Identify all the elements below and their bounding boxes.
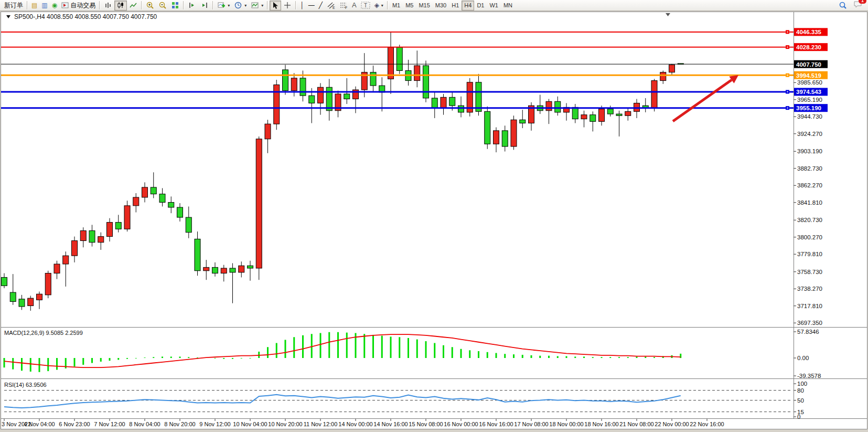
price-tick-label: 3903.190: [797, 148, 822, 154]
price-badge-label: 4007.750: [796, 61, 821, 68]
candle-body: [19, 299, 25, 307]
candle-body: [449, 97, 455, 106]
tile-windows-button[interactable]: [169, 1, 181, 10]
text-button[interactable]: A: [350, 1, 359, 10]
timeframe-mn-button[interactable]: MN: [501, 1, 515, 10]
new-chart-button[interactable]: ▾: [215, 1, 232, 10]
toolbar-separator: [267, 1, 268, 9]
macd-scale-label: -39.3578: [797, 373, 821, 379]
time-tick-label: 22 Nov 16:00: [690, 421, 724, 427]
price-badge-label: 4046.335: [796, 29, 822, 35]
cursor-icon: [272, 2, 279, 9]
candle-body: [291, 78, 297, 91]
price-tick-label: 3820.730: [797, 217, 822, 223]
candle-body: [283, 70, 288, 91]
level-handle-dot: [787, 75, 788, 76]
candle-body: [660, 72, 666, 81]
text-label-button[interactable]: T: [359, 1, 372, 10]
chart-shift-button[interactable]: [198, 1, 211, 10]
crosshair-button[interactable]: [281, 1, 294, 10]
timeframe-m1-button[interactable]: M1: [390, 1, 403, 10]
trendline-button[interactable]: ╱: [317, 1, 325, 10]
chart-area[interactable]: SP500-,H4 4008.550 4008.550 4007.750 400…: [0, 0, 868, 432]
timeframe-m5-button[interactable]: M5: [403, 1, 416, 10]
candle-body: [625, 111, 631, 115]
new-order-button[interactable]: 新订单: [2, 1, 25, 10]
candle-body: [248, 266, 253, 268]
candle-body: [168, 202, 174, 207]
main-toolbar: 新订单 ▤ ▥ ◉ 自动交易 ▾ ▾ ▾ │ — ╱ E F A T ◈: [0, 0, 868, 11]
candle-body: [80, 230, 86, 240]
trendline-icon: ╱: [319, 2, 323, 8]
market-watch-button[interactable]: ▥: [39, 1, 49, 10]
rsi-scale-label: 80: [797, 387, 804, 394]
svg-text:T: T: [364, 3, 367, 8]
time-tick-label: 10 Nov 04:00: [233, 421, 267, 427]
toolbar-separator: [387, 1, 388, 9]
notification-badge: 1: [859, 0, 866, 4]
candle-body: [124, 206, 130, 229]
search-button[interactable]: [837, 1, 849, 10]
timeframe-h4-button[interactable]: H4: [462, 1, 474, 10]
periods-dropdown-button[interactable]: ▾: [232, 1, 249, 10]
candle-body: [186, 217, 191, 233]
channel-icon: E: [327, 1, 335, 9]
history-center-button[interactable]: ▤: [29, 1, 39, 10]
shapes-icon: ◈: [374, 2, 379, 8]
timeframe-w1-button[interactable]: W1: [487, 1, 501, 10]
shapes-dropdown-button[interactable]: ◈▾: [372, 1, 385, 10]
candle-body: [133, 197, 139, 206]
cursor-button[interactable]: [270, 1, 281, 10]
candle-body: [441, 97, 446, 108]
bar-chart-button[interactable]: [102, 1, 114, 10]
fibonacci-button[interactable]: F: [337, 1, 350, 10]
toolbar-separator: [141, 1, 142, 9]
candlestick-chart-button[interactable]: [114, 1, 127, 10]
zoom-out-button[interactable]: [156, 1, 169, 10]
search-icon: [839, 1, 847, 9]
horizontal-line-button[interactable]: —: [306, 1, 317, 10]
timeframe-h1-button[interactable]: H1: [449, 1, 462, 10]
price-axis[interactable]: 3985.6503965.1903944.7303924.2703903.190…: [794, 79, 822, 326]
candle-body: [256, 139, 262, 268]
toolbar-separator: [183, 1, 184, 9]
symbol-title: SP500-,H4 4008.550 4008.550 4007.750 400…: [14, 13, 157, 20]
candle-body: [414, 66, 420, 81]
time-tick-label: 10 Nov 20:00: [268, 421, 302, 427]
autotrading-button[interactable]: 自动交易: [59, 1, 98, 10]
toolbar-separator: [99, 1, 100, 9]
vertical-line-button[interactable]: │: [298, 1, 306, 10]
time-tick-label: 16 Nov 16:00: [479, 421, 513, 427]
candle-body: [555, 101, 561, 112]
templates-dropdown-button[interactable]: ▾: [249, 1, 265, 10]
price-tick-label: 3758.730: [797, 269, 822, 275]
level-handle-dot: [787, 47, 788, 48]
horizontal-line-icon: —: [308, 2, 315, 8]
time-tick-label: 17 Nov 08:00: [514, 421, 548, 427]
time-tick-label: 14 Nov 00:00: [338, 421, 372, 427]
time-tick-label: 18 Nov 16:00: [584, 421, 618, 427]
rsi-scale-label: 50: [797, 397, 804, 404]
candle-body: [212, 267, 218, 273]
timeframe-m30-button[interactable]: M30: [433, 1, 449, 10]
signals-button[interactable]: ◉: [50, 1, 59, 10]
line-chart-button[interactable]: [127, 1, 140, 10]
candle-body: [2, 277, 7, 286]
auto-scroll-button[interactable]: [186, 1, 198, 10]
text-label-icon: T: [361, 1, 370, 9]
timeframe-d1-button[interactable]: D1: [474, 1, 487, 10]
candle-body: [89, 230, 95, 242]
candle-body: [485, 111, 490, 144]
candle-body: [572, 107, 578, 119]
toolbar-separator: [295, 1, 296, 9]
notifications-button[interactable]: 1: [853, 0, 863, 10]
fibonacci-icon: F: [339, 1, 348, 9]
candle-body: [344, 94, 350, 99]
time-tick-label: 8 Nov 20:00: [164, 421, 195, 427]
crosshair-icon: [283, 1, 292, 9]
chart-shift-icon: [200, 1, 209, 9]
equidistant-channel-button[interactable]: E: [325, 1, 337, 10]
price-tick-label: 3779.810: [797, 251, 822, 257]
timeframe-m15-button[interactable]: M15: [416, 1, 432, 10]
zoom-in-button[interactable]: [144, 1, 156, 10]
